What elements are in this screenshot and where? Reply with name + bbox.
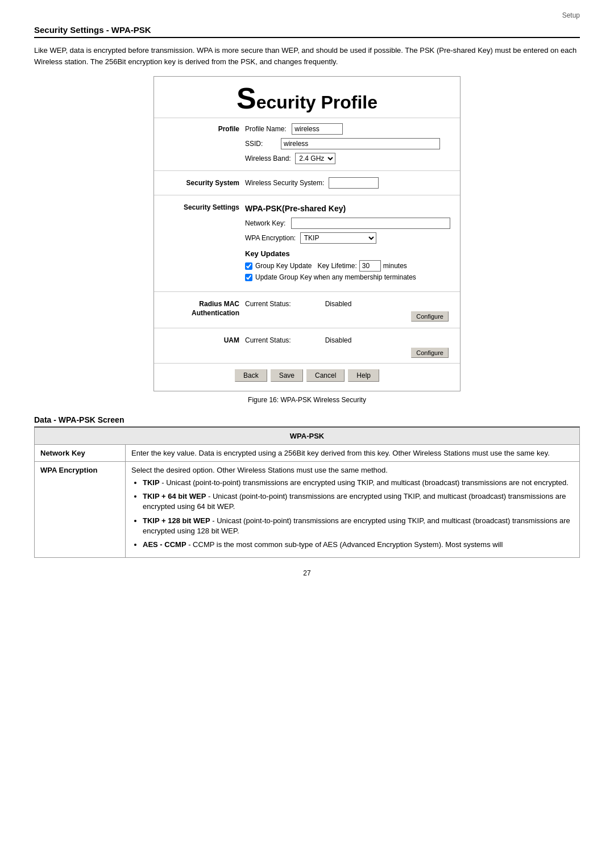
- uam-content: Current Status: Disabled Configure: [245, 335, 460, 358]
- security-profile-panel: Security Profile Profile Profile Name: S…: [154, 76, 460, 391]
- ssid-content: SSID:: [245, 138, 460, 149]
- bottom-buttons: Back Save Cancel Help: [154, 363, 460, 387]
- page-number: 27: [34, 569, 580, 577]
- list-item: AES - CCMP - CCMP is the most common sub…: [143, 540, 574, 550]
- network-key-input[interactable]: [291, 218, 450, 229]
- uam-status-row: Current Status: Disabled: [245, 335, 454, 346]
- title-big-s: S: [237, 82, 256, 115]
- back-button[interactable]: Back: [235, 369, 267, 382]
- data-section-title: Data - WPA-PSK Screen: [34, 415, 580, 427]
- wpa-encryption-content: WPA Encryption: TKIP TKIP + 64 bit WEP T…: [245, 232, 460, 244]
- radius-mac-row: Radius MACAuthentication Current Status:…: [154, 297, 460, 323]
- security-system-content: Wireless Security System: WPA-PSK WEP WP…: [245, 177, 460, 189]
- setup-label: Setup: [562, 11, 580, 19]
- ssid-input[interactable]: [281, 138, 440, 149]
- wpa-encryption-label: WPA Encryption:: [245, 234, 296, 242]
- network-key-row: Network Key:: [154, 216, 460, 231]
- uam-label: UAM: [154, 335, 245, 344]
- security-system-row: Security System Wireless Security System…: [154, 176, 460, 190]
- uam-current-status-label: Current Status:: [245, 336, 291, 344]
- wireless-band-select[interactable]: 2.4 GHz 5 GHz: [295, 153, 335, 164]
- network-key-cell-value: Enter the key value. Data is encrypted u…: [126, 445, 580, 462]
- table-row: WPA Encryption Select the desired option…: [35, 462, 580, 558]
- page-header: Setup: [34, 11, 580, 19]
- network-key-label: Network Key:: [245, 219, 285, 227]
- security-system-label: Security System: [154, 177, 245, 187]
- profile-name-content: Profile Name:: [245, 123, 460, 135]
- table-header: WPA-PSK: [35, 428, 580, 445]
- radius-mac-label: Radius MACAuthentication: [154, 298, 245, 318]
- list-item: TKIP + 64 bit WEP - Unicast (point-to-po…: [143, 491, 574, 512]
- wpa-encryption-row: WPA Encryption: TKIP TKIP + 64 bit WEP T…: [154, 231, 460, 245]
- profile-section-label: Profile: [154, 123, 245, 133]
- table-row: Network Key Enter the key value. Data is…: [35, 445, 580, 462]
- wpa-encryption-cell-label: WPA Encryption: [35, 462, 126, 558]
- profile-name-row: Profile Profile Name:: [154, 122, 460, 136]
- wireless-band-content: Wireless Band: 2.4 GHz 5 GHz: [245, 153, 460, 164]
- figure-caption: Figure 16: WPA-PSK Wireless Security: [34, 396, 580, 404]
- group-key-checkbox[interactable]: [245, 262, 252, 270]
- table-header-row: WPA-PSK: [35, 428, 580, 445]
- wpa-encryption-intro: Select the desired option. Other Wireles…: [131, 466, 388, 474]
- wpa-psk-title-content: WPA-PSK(Pre-shared Key): [245, 202, 460, 214]
- ssid-label: SSID:: [245, 140, 263, 148]
- update-group-key-label: Update Group Key when any membership ter…: [255, 273, 416, 281]
- uam-configure-button[interactable]: Configure: [411, 348, 449, 358]
- network-key-spacer: [154, 218, 245, 219]
- section-title: Security Settings - WPA-PSK: [34, 25, 580, 38]
- panel-header: Security Profile: [154, 77, 460, 118]
- data-table: WPA-PSK Network Key Enter the key value.…: [34, 427, 580, 558]
- wpa-encryption-spacer: [154, 232, 245, 234]
- title-rest: ecurity Profile: [256, 92, 377, 112]
- wireless-band-row: Wireless Band: 2.4 GHz 5 GHz: [154, 151, 460, 166]
- panel-body: Profile Profile Name: SSID: Wireless Ban…: [154, 118, 460, 391]
- key-updates-spacer: [154, 247, 245, 249]
- group-key-row: Group Key Update Key Lifetime: minutes: [245, 260, 460, 272]
- wpa-encryption-select[interactable]: TKIP TKIP + 64 bit WEP TKIP + 128 bit WE…: [300, 232, 376, 244]
- radius-status-row: Current Status: Disabled: [245, 298, 454, 310]
- key-updates-content: Key Updates Group Key Update Key Lifetim…: [245, 247, 460, 285]
- network-key-cell-label: Network Key: [35, 445, 126, 462]
- uam-configure-wrap: Configure: [245, 348, 454, 358]
- security-settings-row: Security Settings WPA-PSK(Pre-shared Key…: [154, 200, 460, 216]
- ssid-spacer: [154, 138, 245, 140]
- wireless-security-label: Wireless Security System:: [245, 179, 324, 187]
- ssid-row: SSID:: [154, 136, 460, 151]
- wireless-band-label: Wireless Band:: [245, 155, 291, 162]
- list-item: TKIP - Unicast (point-to-point) transmis…: [143, 478, 574, 488]
- security-settings-label: Security Settings: [154, 202, 245, 211]
- network-key-content: Network Key:: [245, 218, 460, 229]
- help-button[interactable]: Help: [348, 369, 379, 382]
- wireless-band-spacer: [154, 153, 245, 155]
- save-button[interactable]: Save: [271, 369, 303, 382]
- key-lifetime-input[interactable]: [359, 260, 381, 272]
- radius-current-status-label: Current Status:: [245, 300, 291, 308]
- update-group-key-checkbox[interactable]: [245, 274, 252, 281]
- radius-configure-button[interactable]: Configure: [411, 311, 449, 322]
- profile-name-label: Profile Name:: [245, 125, 287, 133]
- uam-row: UAM Current Status: Disabled Configure: [154, 333, 460, 360]
- list-item: TKIP + 128 bit WEP - Unicast (point-to-p…: [143, 516, 574, 536]
- update-group-key-row: Update Group Key when any membership ter…: [245, 273, 460, 281]
- radius-mac-content: Current Status: Disabled Configure: [245, 298, 460, 322]
- key-updates-row: Key Updates Group Key Update Key Lifetim…: [154, 245, 460, 287]
- cancel-button[interactable]: Cancel: [306, 369, 345, 382]
- key-lifetime-label: Key Lifetime:: [317, 262, 356, 270]
- radius-status-value: Disabled: [325, 300, 352, 308]
- radius-configure-wrap: Configure: [245, 311, 454, 322]
- profile-name-input[interactable]: [292, 123, 343, 135]
- intro-text: Like WEP, data is encrypted before trans…: [34, 45, 580, 67]
- wpa-encryption-cell-value: Select the desired option. Other Wireles…: [126, 462, 580, 558]
- key-lifetime-unit: minutes: [383, 262, 407, 270]
- key-updates-title: Key Updates: [245, 249, 460, 258]
- group-key-label: Group Key Update: [255, 262, 312, 270]
- wpa-psk-subtitle: WPA-PSK(Pre-shared Key): [245, 202, 454, 214]
- wpa-encryption-list: TKIP - Unicast (point-to-point) transmis…: [131, 478, 574, 550]
- uam-status-value: Disabled: [325, 336, 352, 344]
- wireless-security-select[interactable]: WPA-PSK WEP WPA2-PSK: [329, 177, 379, 189]
